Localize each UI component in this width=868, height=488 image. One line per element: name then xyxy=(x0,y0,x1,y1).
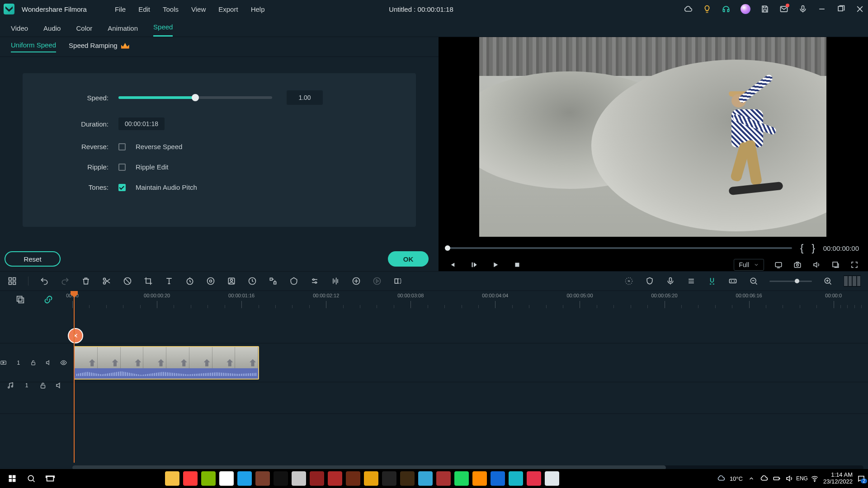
video-clip[interactable] xyxy=(74,346,259,380)
quality-select[interactable]: Full xyxy=(734,259,764,271)
timeline-ruler[interactable]: 00:0000:00:00:2000:00:01:1600:00:02:1200… xyxy=(72,291,868,308)
message-icon[interactable] xyxy=(779,5,788,14)
redo-button[interactable] xyxy=(60,276,70,286)
video-track-1[interactable]: 1 xyxy=(0,343,868,382)
cloud-icon[interactable] xyxy=(684,5,693,14)
enhance-button[interactable] xyxy=(351,276,361,286)
weather-temp[interactable]: 10°C xyxy=(730,475,743,482)
taskbar-app[interactable] xyxy=(328,471,342,486)
audio-track-1[interactable]: 1 xyxy=(0,382,868,414)
notifications-button[interactable]: 2 xyxy=(857,474,865,483)
microphone-icon[interactable] xyxy=(798,5,807,14)
minimize-button[interactable] xyxy=(817,5,826,14)
subtab-uniform-speed[interactable]: Uniform Speed xyxy=(11,41,56,52)
reset-button[interactable]: Reset xyxy=(5,251,61,267)
lightbulb-icon[interactable] xyxy=(703,5,712,14)
link-track-button[interactable] xyxy=(43,295,53,305)
auto-ripple-button[interactable] xyxy=(624,276,634,286)
tones-checkbox[interactable] xyxy=(118,184,126,191)
tab-audio[interactable]: Audio xyxy=(43,24,61,37)
layout-button[interactable] xyxy=(7,276,17,286)
tray-wifi-icon[interactable] xyxy=(811,474,819,483)
taskbar-app[interactable] xyxy=(454,471,469,486)
keyframe-button[interactable] xyxy=(268,276,278,286)
copy-track-button[interactable] xyxy=(15,295,25,305)
split-button[interactable] xyxy=(102,276,112,286)
preview-scrub-slider[interactable] xyxy=(448,247,792,249)
delete-button[interactable] xyxy=(81,276,91,286)
audio-adjust-button[interactable] xyxy=(330,276,340,286)
taskbar-app[interactable] xyxy=(472,471,487,486)
taskbar-app[interactable] xyxy=(255,471,270,486)
tab-color[interactable]: Color xyxy=(76,24,92,37)
tray-chevron-icon[interactable] xyxy=(747,474,755,483)
play-button[interactable] xyxy=(491,260,500,269)
menu-file[interactable]: File xyxy=(115,5,126,13)
headset-icon[interactable] xyxy=(722,5,731,14)
duration-value[interactable]: 00:00:01:18 xyxy=(118,117,165,130)
video-preview[interactable] xyxy=(479,37,826,237)
account-avatar[interactable] xyxy=(741,4,750,14)
ok-button[interactable]: OK xyxy=(388,251,429,267)
mark-out-button[interactable]: } xyxy=(811,242,815,254)
taskbar-app[interactable] xyxy=(364,471,378,486)
zoom-thumb[interactable] xyxy=(795,279,799,283)
menu-help[interactable]: Help xyxy=(251,5,265,13)
taskbar-app[interactable] xyxy=(201,471,216,486)
zoom-slider[interactable] xyxy=(769,281,812,282)
close-button[interactable] xyxy=(855,5,864,14)
speed-slider-thumb[interactable] xyxy=(192,94,199,101)
tab-video[interactable]: Video xyxy=(11,24,28,37)
tray-volume-icon[interactable] xyxy=(785,474,793,483)
task-view-button[interactable] xyxy=(41,469,60,488)
fit-button[interactable] xyxy=(728,276,738,286)
stop-button[interactable] xyxy=(513,260,522,269)
taskbar-clock[interactable]: 1:14 AM 23/12/2022 xyxy=(823,472,853,485)
ripple-checkbox[interactable] xyxy=(118,164,126,171)
adjust-button[interactable] xyxy=(310,276,320,286)
taskbar-app[interactable] xyxy=(310,471,324,486)
color-button[interactable] xyxy=(206,276,216,286)
taskbar-app[interactable] xyxy=(491,471,505,486)
start-button[interactable] xyxy=(3,469,22,488)
play-pause-button[interactable] xyxy=(469,260,478,269)
audio-track-lock-button[interactable] xyxy=(39,381,47,389)
zoom-out-button[interactable] xyxy=(749,276,759,286)
taskbar-app[interactable] xyxy=(436,471,451,486)
playhead[interactable] xyxy=(74,291,75,463)
export-frame-button[interactable] xyxy=(831,260,840,269)
prev-frame-button[interactable] xyxy=(448,260,457,269)
taskbar-app[interactable] xyxy=(400,471,415,486)
save-icon[interactable] xyxy=(760,5,769,14)
speed-value[interactable]: 1.00 xyxy=(287,90,323,105)
menu-tools[interactable]: Tools xyxy=(163,5,179,13)
taskbar-app[interactable] xyxy=(509,471,523,486)
snapshot-button[interactable] xyxy=(793,260,802,269)
timeline-minimap[interactable] xyxy=(844,275,861,287)
zoom-in-button[interactable] xyxy=(823,276,833,286)
taskbar-app[interactable] xyxy=(346,471,360,486)
speed-button[interactable] xyxy=(185,276,195,286)
taskbar-search-button[interactable] xyxy=(22,469,41,488)
taskbar-app[interactable] xyxy=(382,471,396,486)
taskbar-app[interactable] xyxy=(545,471,559,486)
mark-in-button[interactable]: { xyxy=(800,242,803,254)
prohibit-button[interactable] xyxy=(123,276,132,286)
tray-language-icon[interactable]: ENG xyxy=(798,474,806,483)
tray-onedrive-icon[interactable] xyxy=(760,474,768,483)
undo-button[interactable] xyxy=(39,276,49,286)
taskbar-app[interactable] xyxy=(418,471,433,486)
ruler-cell[interactable]: 00:00:06:16 xyxy=(749,291,834,308)
taskbar-app[interactable] xyxy=(292,471,306,486)
text-button[interactable] xyxy=(164,276,174,286)
maximize-button[interactable] xyxy=(836,5,845,14)
taskbar-app[interactable] xyxy=(165,471,179,486)
marker-button[interactable] xyxy=(393,276,403,286)
tab-animation[interactable]: Animation xyxy=(108,24,138,37)
audio-track-mute-button[interactable] xyxy=(55,381,63,389)
magnetic-button[interactable] xyxy=(707,276,717,286)
taskbar-app[interactable] xyxy=(183,471,198,486)
subtab-speed-ramping[interactable]: Speed Ramping xyxy=(69,42,129,52)
tray-battery-icon[interactable] xyxy=(773,474,781,483)
taskbar-app[interactable] xyxy=(527,471,541,486)
